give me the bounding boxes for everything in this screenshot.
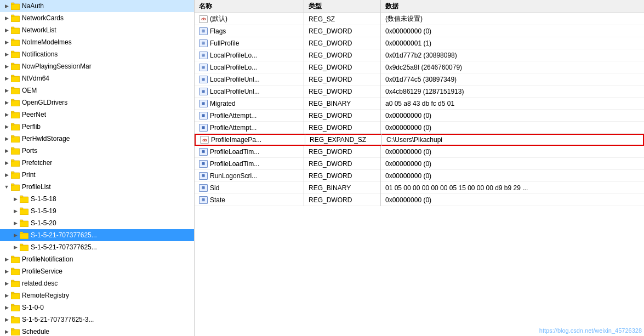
cell-data-localprofilelo1: 0x01d777b2 (30898098) <box>381 49 644 61</box>
svg-rect-6 <box>11 40 20 46</box>
cell-type-localprofilelo2: REG_DWORD <box>304 61 381 73</box>
folder-icon <box>11 147 20 155</box>
toggle-icon: ▶ <box>2 26 11 35</box>
name-text: LocalProfileLo... <box>210 64 257 71</box>
tree-item-ntvdm64[interactable]: ▶ NtVdm64 <box>0 72 194 84</box>
svg-rect-46 <box>11 281 20 287</box>
folder-icon <box>11 292 20 299</box>
table-row-profileloadtim2[interactable]: ⊞ProfileLoadTim...REG_DWORD0x00000000 (0… <box>195 158 644 170</box>
name-text: ProfileAttempt... <box>210 112 257 119</box>
tree-item-s-1-5-18[interactable]: ▶ S-1-5-18 <box>0 193 194 205</box>
tree-item-oem[interactable]: ▶ OEM <box>0 84 194 96</box>
name-text: ProfileImagePa... <box>211 136 261 144</box>
table-row-localprofileunl1[interactable]: ⊞LocalProfileUnl...REG_DWORD0x01d774c5 (… <box>195 73 644 86</box>
table-row-runlogonscri[interactable]: ⊞RunLogonScri...REG_DWORD0x00000000 (0) <box>195 170 644 182</box>
tree-item-notifications[interactable]: ▶ Notifications <box>0 48 194 60</box>
tree-item-s-1-5-19[interactable]: ▶ S-1-5-19 <box>0 205 194 217</box>
cell-type-localprofileunl1: REG_DWORD <box>304 73 381 86</box>
folder-icon <box>11 2 20 10</box>
table-row-localprofilelo2[interactable]: ⊞LocalProfileLo...REG_DWORD0x9dc25a8f (2… <box>195 61 644 73</box>
tree-item-networkcards[interactable]: ▶ NetworkCards <box>0 12 194 24</box>
tree-item-label: PeerNet <box>22 111 194 118</box>
tree-item-profilelist[interactable]: ▼ ProfileList <box>0 181 194 193</box>
cell-data-profileimagepath: C:\Users\Pikachupi <box>382 134 643 146</box>
name-text: (默认) <box>210 14 227 24</box>
toggle-icon: ▶ <box>2 303 11 312</box>
dword-icon: ⊞ <box>199 76 208 83</box>
tree-item-s-1-5-21-7073776251[interactable]: ▶ S-1-5-21-707377625... <box>0 229 194 241</box>
svg-rect-21 <box>11 123 14 125</box>
tree-item-prefetcher[interactable]: ▶ Prefetcher <box>0 157 194 169</box>
toggle-icon: ▶ <box>2 86 11 95</box>
tree-item-peernet[interactable]: ▶ PeerNet <box>0 109 194 121</box>
folder-icon <box>11 328 20 335</box>
tree-item-remoteregistry[interactable]: ▶ RemoteRegistry <box>0 289 194 301</box>
table-row-state[interactable]: ⊞StateREG_DWORD0x00000000 (0) <box>195 194 644 206</box>
toggle-icon: ▶ <box>2 50 11 59</box>
name-text: ProfileAttempt... <box>210 124 257 132</box>
table-row-profileattempt1[interactable]: ⊞ProfileAttempt...REG_DWORD0x00000000 (0… <box>195 110 644 122</box>
table-row-default[interactable]: ab(默认)REG_SZ(数值未设置) <box>195 13 644 25</box>
svg-rect-40 <box>20 245 29 251</box>
tree-item-s-1-5-21-7073776252[interactable]: ▶ S-1-5-21-707377625... <box>0 241 194 253</box>
tree-item-profilenotification[interactable]: ▶ ProfileNotification <box>0 253 194 265</box>
cell-name-flags: ⊞Flags <box>195 25 304 37</box>
tree-item-perhwldstorage[interactable]: ▶ PerHwldStorage <box>0 133 194 145</box>
toggle-icon: ▶ <box>2 291 11 300</box>
tree-item-label: S-1-5-18 <box>31 195 194 203</box>
cell-type-migrated: REG_BINARY <box>304 98 381 110</box>
tree-item-nowplayingsessionmar[interactable]: ▶ NowPlayingSessionMar <box>0 60 194 72</box>
cell-name-localprofilelo2: ⊞LocalProfileLo... <box>195 61 304 73</box>
tree-item-label: OpenGLDrivers <box>22 99 194 106</box>
table-row-profileimagepath[interactable]: abProfileImagePa...REG_EXPAND_SZC:\Users… <box>195 134 644 146</box>
svg-rect-54 <box>11 329 20 335</box>
svg-rect-10 <box>11 64 20 70</box>
svg-rect-15 <box>11 87 14 89</box>
tree-item-ports[interactable]: ▶ Ports <box>0 145 194 157</box>
table-row-localprofileunl2[interactable]: ⊞LocalProfileUnl...REG_DWORD0x4cb86129 (… <box>195 86 644 98</box>
tree-item-naauth[interactable]: ▶ NaAuth <box>0 0 194 12</box>
svg-rect-20 <box>11 124 20 130</box>
table-row-flags[interactable]: ⊞FlagsREG_DWORD0x00000000 (0) <box>195 25 644 37</box>
cell-name-profileattempt2: ⊞ProfileAttempt... <box>195 122 304 134</box>
svg-rect-52 <box>11 317 20 323</box>
table-row-profileloadtim1[interactable]: ⊞ProfileLoadTim...REG_DWORD0x00000000 (0… <box>195 146 644 158</box>
header-data: 数据 <box>381 0 644 13</box>
tree-item-perflib[interactable]: ▶ Perflib <box>0 121 194 133</box>
tree-item-label: related.desc <box>22 280 194 287</box>
cell-name-localprofileunl2: ⊞LocalProfileUnl... <box>195 86 304 98</box>
tree-item-label: Schedule <box>22 328 194 335</box>
svg-rect-30 <box>11 185 20 191</box>
tree-item-s-1-5-21-7073776253[interactable]: ▶ S-1-5-21-707377625-3... <box>0 314 194 326</box>
tree-item-s-1-5-20[interactable]: ▶ S-1-5-20 <box>0 217 194 229</box>
tree-item-related-desc[interactable]: ▶ related.desc <box>0 277 194 289</box>
cell-name-fullprofile: ⊞FullProfile <box>195 37 304 49</box>
tree-item-noimemodimes[interactable]: ▶ NoImeModelmes <box>0 36 194 48</box>
tree-item-schedule[interactable]: ▶ Schedule <box>0 326 194 336</box>
tree-item-print[interactable]: ▶ Print <box>0 169 194 181</box>
table-row-migrated[interactable]: ⊞MigratedREG_BINARYa0 05 a8 43 db fc d5 … <box>195 98 644 110</box>
ab-icon: ab <box>199 15 208 23</box>
cell-data-state: 0x00000000 (0) <box>381 194 644 206</box>
table-row-fullprofile[interactable]: ⊞FullProfileREG_DWORD0x00000001 (1) <box>195 37 644 49</box>
cell-data-profileloadtim2: 0x00000000 (0) <box>381 158 644 170</box>
table-row-profileattempt2[interactable]: ⊞ProfileAttempt...REG_DWORD0x00000000 (0… <box>195 122 644 134</box>
table-row-localprofilelo1[interactable]: ⊞LocalProfileLo...REG_DWORD0x01d777b2 (3… <box>195 49 644 61</box>
svg-rect-38 <box>20 233 29 239</box>
tree-item-networklist[interactable]: ▶ NetworkList <box>0 24 194 36</box>
svg-rect-41 <box>20 244 23 246</box>
cell-type-profileloadtim1: REG_DWORD <box>304 146 381 158</box>
values-body[interactable]: ab(默认)REG_SZ(数值未设置)⊞FlagsREG_DWORD0x0000… <box>195 13 644 336</box>
toggle-icon: ▶ <box>11 243 20 252</box>
tree-item-opengldrivers[interactable]: ▶ OpenGLDrivers <box>0 96 194 109</box>
cell-type-profileloadtim2: REG_DWORD <box>304 158 381 170</box>
svg-rect-53 <box>11 316 14 318</box>
tree-content: ▶ NaAuth▶ NetworkCards▶ NetworkList▶ NoI… <box>0 0 194 336</box>
svg-rect-5 <box>11 27 14 29</box>
svg-rect-22 <box>11 136 20 143</box>
toggle-icon: ▶ <box>2 158 11 167</box>
dword-icon: ⊞ <box>199 88 208 95</box>
table-row-sid[interactable]: ⊞SidREG_BINARY01 05 00 00 00 00 00 05 15… <box>195 182 644 194</box>
tree-item-s-1-0-0[interactable]: ▶ S-1-0-0 <box>0 301 194 314</box>
tree-item-profileservice[interactable]: ▶ ProfileService <box>0 265 194 277</box>
